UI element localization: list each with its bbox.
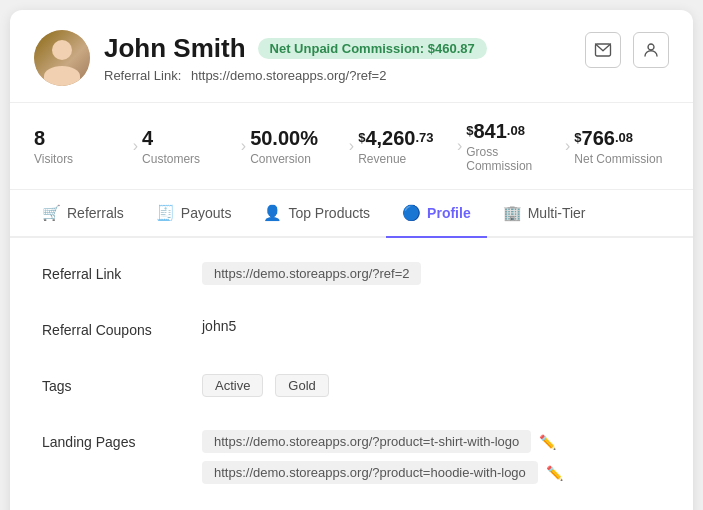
tab-profile-label: Profile bbox=[427, 205, 471, 221]
affiliate-card: John Smith Net Unpaid Commission: $460.8… bbox=[10, 10, 693, 510]
landing-page-1-chip: https://demo.storeapps.org/?product=t-sh… bbox=[202, 430, 531, 453]
landing-page-row-2: https://demo.storeapps.org/?product=hood… bbox=[202, 461, 661, 484]
avatar bbox=[34, 30, 90, 86]
edit-landing-page-2-icon[interactable]: ✏️ bbox=[546, 465, 563, 481]
stat-net: $766.08 Net Commission bbox=[574, 126, 669, 166]
stat-gross: $841.08 Gross Commission bbox=[466, 119, 561, 173]
stat-visitors-value: 8 bbox=[34, 126, 45, 150]
coupons-row: Referral Coupons john5 bbox=[42, 318, 661, 350]
edit-landing-page-1-icon[interactable]: ✏️ bbox=[539, 434, 556, 450]
tag-active: Active bbox=[202, 374, 263, 397]
user-button[interactable] bbox=[633, 32, 669, 68]
stats-bar: 8 Visitors › 4 Customers › 50.00% Conver… bbox=[10, 103, 693, 190]
tab-payouts[interactable]: 🧾 Payouts bbox=[140, 190, 248, 238]
profile-content: Referral Link https://demo.storeapps.org… bbox=[10, 238, 693, 510]
landing-pages-row: Landing Pages https://demo.storeapps.org… bbox=[42, 430, 661, 484]
header-referral-link: Referral Link: https://demo.storeapps.or… bbox=[104, 68, 669, 83]
coupons-label: Referral Coupons bbox=[42, 318, 202, 338]
tab-profile[interactable]: 🔵 Profile bbox=[386, 190, 487, 238]
stat-customers: 4 Customers bbox=[142, 126, 237, 166]
landing-page-row-1: https://demo.storeapps.org/?product=t-sh… bbox=[202, 430, 661, 453]
tab-referrals[interactable]: 🛒 Referrals bbox=[26, 190, 140, 238]
referral-link-chip: https://demo.storeapps.org/?ref=2 bbox=[202, 262, 421, 285]
landing-pages-label: Landing Pages bbox=[42, 430, 202, 450]
gross-cents: .08 bbox=[507, 123, 525, 139]
landing-pages-list: https://demo.storeapps.org/?product=t-sh… bbox=[202, 430, 661, 484]
landing-page-2-chip: https://demo.storeapps.org/?product=hood… bbox=[202, 461, 538, 484]
stat-customers-value: 4 bbox=[142, 126, 153, 150]
stat-conversion-value: 50.00% bbox=[250, 126, 318, 150]
cart-icon: 🛒 bbox=[42, 204, 61, 222]
mail-icon bbox=[594, 41, 612, 59]
header-referral-url: https://demo.storeapps.org/?ref=2 bbox=[191, 68, 386, 83]
profile-icon: 🔵 bbox=[402, 204, 421, 222]
affiliate-name: John Smith bbox=[104, 33, 246, 64]
tab-top-products[interactable]: 👤 Top Products bbox=[247, 190, 386, 238]
stat-conversion: 50.00% Conversion bbox=[250, 126, 345, 166]
referral-link-label: Referral Link bbox=[42, 262, 202, 282]
referral-link-row: Referral Link https://demo.storeapps.org… bbox=[42, 262, 661, 294]
stat-revenue: $4,260.73 Revenue bbox=[358, 126, 453, 166]
tab-multi-tier[interactable]: 🏢 Multi-Tier bbox=[487, 190, 602, 238]
net-main: 766 bbox=[582, 127, 615, 149]
stat-visitors-label: Visitors bbox=[34, 152, 73, 166]
net-cents: .08 bbox=[615, 130, 633, 146]
tags-value: Active Gold bbox=[202, 374, 661, 397]
referral-link-value: https://demo.storeapps.org/?ref=2 bbox=[202, 262, 661, 285]
header-section: John Smith Net Unpaid Commission: $460.8… bbox=[10, 10, 693, 103]
commission-badge: Net Unpaid Commission: $460.87 bbox=[258, 38, 487, 59]
multi-tier-icon: 🏢 bbox=[503, 204, 522, 222]
payout-icon: 🧾 bbox=[156, 204, 175, 222]
arrow-4: › bbox=[457, 137, 462, 155]
arrow-1: › bbox=[133, 137, 138, 155]
header-icons bbox=[585, 32, 669, 68]
gross-main: 841 bbox=[473, 120, 506, 142]
tabs-bar: 🛒 Referrals 🧾 Payouts 👤 Top Products 🔵 P… bbox=[10, 190, 693, 238]
tab-top-products-label: Top Products bbox=[288, 205, 370, 221]
arrow-5: › bbox=[565, 137, 570, 155]
net-dollar: $ bbox=[574, 130, 581, 146]
revenue-cents: .73 bbox=[415, 130, 433, 146]
svg-point-1 bbox=[648, 44, 654, 50]
tags-row: Tags Active Gold bbox=[42, 374, 661, 406]
tags-label: Tags bbox=[42, 374, 202, 394]
user-icon bbox=[642, 41, 660, 59]
stat-net-value: $766.08 bbox=[574, 126, 633, 150]
coupons-value: john5 bbox=[202, 318, 661, 334]
stat-conversion-label: Conversion bbox=[250, 152, 311, 166]
stat-net-label: Net Commission bbox=[574, 152, 662, 166]
stat-gross-value: $841.08 bbox=[466, 119, 525, 143]
landing-pages-value: https://demo.storeapps.org/?product=t-sh… bbox=[202, 430, 661, 484]
stat-visitors: 8 Visitors bbox=[34, 126, 129, 166]
arrow-3: › bbox=[349, 137, 354, 155]
top-products-icon: 👤 bbox=[263, 204, 282, 222]
mail-button[interactable] bbox=[585, 32, 621, 68]
stat-customers-label: Customers bbox=[142, 152, 200, 166]
stat-revenue-label: Revenue bbox=[358, 152, 406, 166]
referral-prefix-label: Referral Link: bbox=[104, 68, 181, 83]
tab-payouts-label: Payouts bbox=[181, 205, 232, 221]
tab-multi-tier-label: Multi-Tier bbox=[528, 205, 586, 221]
stat-gross-label: Gross Commission bbox=[466, 145, 561, 173]
arrow-2: › bbox=[241, 137, 246, 155]
revenue-main: 4,260 bbox=[365, 127, 415, 149]
tag-gold: Gold bbox=[275, 374, 328, 397]
stat-revenue-value: $4,260.73 bbox=[358, 126, 433, 150]
tab-referrals-label: Referrals bbox=[67, 205, 124, 221]
